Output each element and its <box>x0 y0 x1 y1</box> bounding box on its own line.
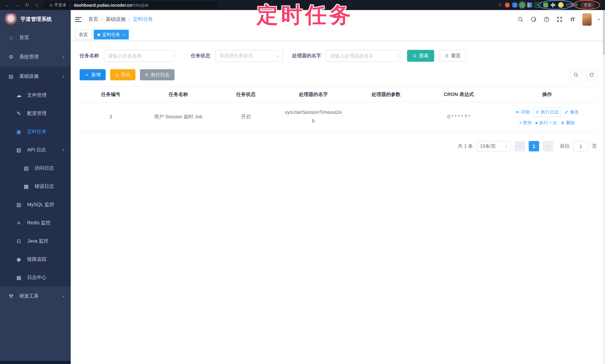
goto-page-input[interactable] <box>573 141 588 151</box>
sidebar-bottom-strip <box>0 361 71 364</box>
refresh-button[interactable] <box>586 69 598 81</box>
exec-log-link[interactable]: 执行日志 <box>533 107 561 117</box>
reset-button[interactable]: 重置 <box>439 50 466 62</box>
gear-icon: ⚙ <box>8 54 14 60</box>
extension-icon[interactable] <box>527 3 532 7</box>
refresh-icon <box>589 72 594 77</box>
log-center-icon: ▦ <box>16 274 22 280</box>
exec-log-button[interactable]: 执行日志 <box>140 69 174 80</box>
toggle-search-button[interactable] <box>570 69 582 81</box>
sidebar-item-system[interactable]: ⚙ 系统管理 ∨ <box>0 47 71 66</box>
prev-page-button[interactable]: ‹ <box>514 141 525 151</box>
col-job-status: 任务状态 <box>215 87 277 102</box>
sidebar-item-error-log[interactable]: ▩ 错误日志 <box>0 177 71 195</box>
task-icon: ▣ <box>16 129 22 134</box>
home-icon[interactable]: ⌂ <box>32 2 42 8</box>
x-icon: × <box>519 120 522 125</box>
security-warning[interactable]: ⚠ 不安全 <box>49 2 66 8</box>
job-status-label: 任务状态 <box>191 52 210 59</box>
caret-down-icon[interactable]: ▾ <box>598 17 600 21</box>
magnifier-icon <box>573 72 579 77</box>
sidebar-item-mysql-monitor[interactable]: ▥ MySQL 监控 <box>0 195 71 214</box>
col-handler-param: 处理器的参数 <box>350 87 422 102</box>
puzzle-extensions-icon[interactable] <box>551 3 555 7</box>
sidebar-item-dev-tools[interactable]: ⚒ 研发工具 ∨ <box>0 286 71 306</box>
run-once-link[interactable]: ▶ 执行一次 <box>536 120 557 126</box>
extension-icon[interactable] <box>512 3 517 7</box>
search-button[interactable]: 搜索 <box>407 50 434 62</box>
handler-name-label: 处理器的名字 <box>292 52 321 59</box>
url-host: dashboard.yudao.iocoder.cn <box>74 3 132 7</box>
sidebar-item-infrastructure[interactable]: ▤ 基础设施 ∧ <box>0 66 71 86</box>
detail-link[interactable]: 详细 <box>515 109 530 115</box>
col-job-id: 任务编号 <box>80 87 142 102</box>
sidebar-item-config-management[interactable]: ✎ 配置管理 <box>0 104 71 122</box>
delete-link[interactable]: 删除 <box>561 120 575 126</box>
sidebar-item-log-center[interactable]: ▦ 日志中心 <box>0 268 71 286</box>
screen: 定时任务 ← → ↻ ⌂ ⚠ 不安全 | dashboard.yudao.ioc… <box>0 0 605 364</box>
current-page-button[interactable]: 1 <box>529 141 539 151</box>
tab-home[interactable]: 首页 <box>75 30 92 39</box>
handler-name-input[interactable] <box>330 53 395 59</box>
help-icon[interactable] <box>543 16 550 23</box>
page-size-select[interactable]: 10条/页 ∨ <box>477 141 511 151</box>
app-title: 芋道管理系统 <box>20 16 52 23</box>
update-button[interactable]: 更新 <box>580 2 595 8</box>
eye-icon <box>515 110 520 114</box>
bookmark-star-icon[interactable]: ☆ <box>498 3 502 7</box>
infrastructure-icon: ▤ <box>8 73 14 79</box>
sidebar-menu: ⌂ 首页 ⚙ 系统管理 ∨ ▤ 基础设施 ∧ ☁ 文件管理 <box>0 28 71 364</box>
scrollbar[interactable] <box>603 10 605 364</box>
edit-link[interactable]: 修改 <box>565 109 579 115</box>
sidebar-item-scheduled-tasks[interactable]: ▣ 定时任务 <box>0 122 71 141</box>
database-icon: ▥ <box>16 201 22 208</box>
plus-icon: ＋ <box>84 72 89 78</box>
search-icon[interactable] <box>517 16 524 23</box>
sidebar-item-file-management[interactable]: ☁ 文件管理 <box>0 86 71 104</box>
extension-on-badge[interactable]: on <box>535 3 540 7</box>
scrollbar-thumb[interactable] <box>603 10 605 55</box>
app-brand[interactable]: 芋道管理系统 <box>0 10 71 28</box>
forward-icon[interactable]: → <box>13 2 22 8</box>
avatar[interactable] <box>582 13 592 26</box>
fullscreen-icon[interactable] <box>556 16 563 23</box>
back-icon[interactable]: ← <box>3 2 13 8</box>
sidebar-item-api-log[interactable]: ▨ API 日志 ∧ <box>0 141 71 159</box>
sidebar-item-redis-monitor[interactable]: ≡ Redis 监控 <box>0 214 71 232</box>
download-icon <box>115 73 119 77</box>
extension-icon[interactable] <box>520 3 525 7</box>
home-icon: ⌂ <box>8 35 14 40</box>
breadcrumb-home[interactable]: 首页 <box>88 16 98 23</box>
sidebar-item-java-monitor[interactable]: ⊡ Java 监控 <box>0 232 71 250</box>
col-cron: CRON 表达式 <box>422 87 495 102</box>
tab-scheduled-tasks[interactable]: 定时任务 × <box>94 30 129 39</box>
table-toolbar: ＋ 新增 导出 执行日志 <box>80 69 599 81</box>
export-button[interactable]: 导出 <box>110 69 135 80</box>
sidebar-item-trace[interactable]: ◉ 链路追踪 <box>0 250 71 268</box>
add-button[interactable]: ＋ 新增 <box>80 69 105 80</box>
top-navbar: 首页 / 基础设施 / 定时任务 <box>71 10 605 29</box>
list-icon <box>145 73 149 77</box>
chevron-up-icon: ∧ <box>62 148 65 151</box>
browser-profile-avatar[interactable] <box>558 2 564 8</box>
collapse-sidebar-icon[interactable] <box>75 17 81 22</box>
job-name-label: 任务名称 <box>80 52 99 59</box>
browser-menu-icon[interactable]: ⋮ <box>598 3 602 7</box>
breadcrumb-section[interactable]: 基础设施 <box>106 16 126 23</box>
job-status-select[interactable]: 请选择任务状态 ∨ <box>215 50 283 62</box>
breadcrumb: 首页 / 基础设施 / 定时任务 <box>88 16 153 23</box>
pause-link[interactable]: × 暂停 <box>519 120 532 126</box>
github-icon[interactable] <box>530 16 537 23</box>
sidebar-item-access-log[interactable]: ▧ 访问日志 <box>0 159 71 177</box>
reload-icon[interactable]: ↻ <box>22 2 32 8</box>
extension-icon[interactable] <box>505 3 510 7</box>
extension-icon[interactable] <box>543 3 548 7</box>
job-name-input[interactable] <box>108 53 171 59</box>
log-icon: ▨ <box>16 147 22 153</box>
address-bar[interactable]: ⚠ 不安全 | dashboard.yudao.iocoder.cn /infr… <box>44 1 219 9</box>
close-icon[interactable]: × <box>123 33 125 37</box>
col-handler-name: 处理器的名字 <box>277 87 350 102</box>
next-page-button[interactable]: › <box>543 141 553 151</box>
font-size-icon[interactable]: tT <box>569 16 576 23</box>
sidebar-item-home[interactable]: ⌂ 首页 <box>0 28 71 47</box>
